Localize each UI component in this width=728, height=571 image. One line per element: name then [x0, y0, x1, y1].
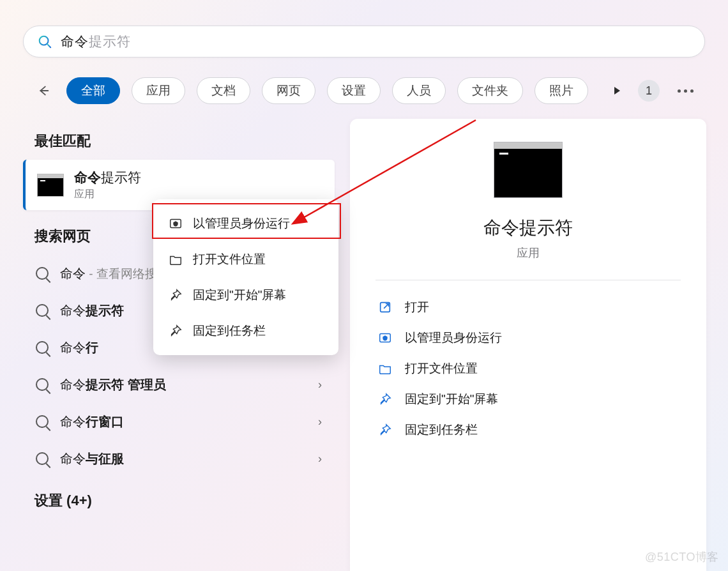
- filter-all[interactable]: 全部: [66, 77, 120, 104]
- svg-line-1: [47, 44, 50, 47]
- best-match-header: 最佳匹配: [34, 132, 323, 151]
- chevron-right-icon: ›: [318, 378, 322, 392]
- web-result[interactable]: 命令提示符 管理员 ›: [23, 366, 335, 403]
- search-icon: [36, 341, 49, 354]
- web-result[interactable]: 命令与征服 ›: [23, 440, 335, 477]
- action-label: 打开: [405, 299, 429, 316]
- count-badge[interactable]: 1: [638, 80, 660, 102]
- cmd-icon: [37, 174, 64, 197]
- search-icon: [38, 34, 52, 49]
- ctx-label: 固定到"开始"屏幕: [193, 287, 287, 303]
- divider: [375, 280, 681, 280]
- search-icon: [36, 304, 49, 317]
- filter-bar: 全部 应用 文档 网页 设置 人员 文件夹 照片 1: [34, 77, 694, 105]
- web-result-label: 命令提示符: [60, 302, 124, 319]
- search-icon: [36, 378, 49, 391]
- chevron-right-icon: ›: [318, 452, 322, 466]
- pin-icon: [378, 392, 392, 406]
- ctx-label: 以管理员身份运行: [193, 215, 290, 232]
- folder-icon: [169, 252, 183, 266]
- search-query: 命令提示符: [61, 33, 131, 50]
- ctx-label: 固定到任务栏: [193, 323, 266, 339]
- action-label: 固定到"开始"屏幕: [405, 391, 499, 407]
- web-result-label: 命令提示符 管理员: [60, 376, 166, 393]
- play-icon[interactable]: [614, 87, 620, 95]
- open-icon: [378, 300, 392, 314]
- action-run-as-admin[interactable]: 以管理员身份运行: [375, 323, 681, 353]
- app-thumbnail: [494, 142, 563, 198]
- app-subtitle: 应用: [375, 245, 681, 261]
- chevron-right-icon: ›: [318, 415, 322, 429]
- filter-people[interactable]: 人员: [392, 77, 446, 104]
- app-title: 命令提示符: [375, 216, 681, 240]
- shield-icon: [378, 331, 392, 345]
- details-panel: 命令提示符 应用 打开 以管理员身份运行 打开文件位置 固定到"开始"屏幕 固定…: [350, 119, 706, 571]
- context-menu: 以管理员身份运行 打开文件位置 固定到"开始"屏幕 固定到任务栏: [153, 199, 338, 355]
- best-match-title: 命令提示符: [74, 169, 141, 187]
- web-result-label: 命令 - 查看网络搜: [60, 265, 157, 282]
- pin-icon: [378, 423, 392, 437]
- web-result-label: 命令行: [60, 339, 98, 356]
- settings-header: 设置 (4+): [34, 491, 323, 510]
- action-open[interactable]: 打开: [375, 292, 681, 323]
- filter-photos[interactable]: 照片: [535, 77, 588, 104]
- shield-icon: [169, 217, 183, 231]
- filter-settings[interactable]: 设置: [327, 77, 381, 104]
- search-bar[interactable]: 命令提示符: [23, 26, 705, 57]
- pin-icon: [169, 288, 183, 302]
- web-result[interactable]: 命令行窗口 ›: [23, 403, 335, 440]
- filter-apps[interactable]: 应用: [132, 77, 185, 104]
- action-pin-start[interactable]: 固定到"开始"屏幕: [375, 384, 681, 415]
- pin-icon: [169, 324, 183, 338]
- search-icon: [36, 415, 49, 428]
- action-open-location[interactable]: 打开文件位置: [375, 353, 681, 384]
- web-result-label: 命令与征服: [60, 450, 124, 468]
- folder-icon: [378, 362, 392, 376]
- ctx-run-as-admin[interactable]: 以管理员身份运行: [157, 206, 335, 241]
- filter-docs[interactable]: 文档: [197, 77, 250, 104]
- filter-folders[interactable]: 文件夹: [457, 77, 523, 104]
- search-icon: [36, 452, 49, 465]
- ctx-pin-start[interactable]: 固定到"开始"屏幕: [157, 277, 335, 313]
- action-label: 以管理员身份运行: [405, 330, 502, 346]
- action-label: 固定到任务栏: [405, 422, 478, 438]
- ctx-open-location[interactable]: 打开文件位置: [157, 241, 335, 277]
- ctx-label: 打开文件位置: [193, 251, 266, 268]
- back-button[interactable]: [34, 82, 52, 100]
- watermark: @51CTO博客: [645, 549, 719, 565]
- search-icon: [36, 267, 49, 280]
- ctx-pin-taskbar[interactable]: 固定到任务栏: [157, 313, 335, 349]
- action-pin-taskbar[interactable]: 固定到任务栏: [375, 415, 681, 445]
- web-result-label: 命令行窗口: [60, 413, 124, 430]
- filter-web[interactable]: 网页: [262, 77, 315, 104]
- best-match-subtitle: 应用: [74, 188, 141, 201]
- action-label: 打开文件位置: [405, 360, 478, 377]
- more-icon[interactable]: [678, 89, 694, 93]
